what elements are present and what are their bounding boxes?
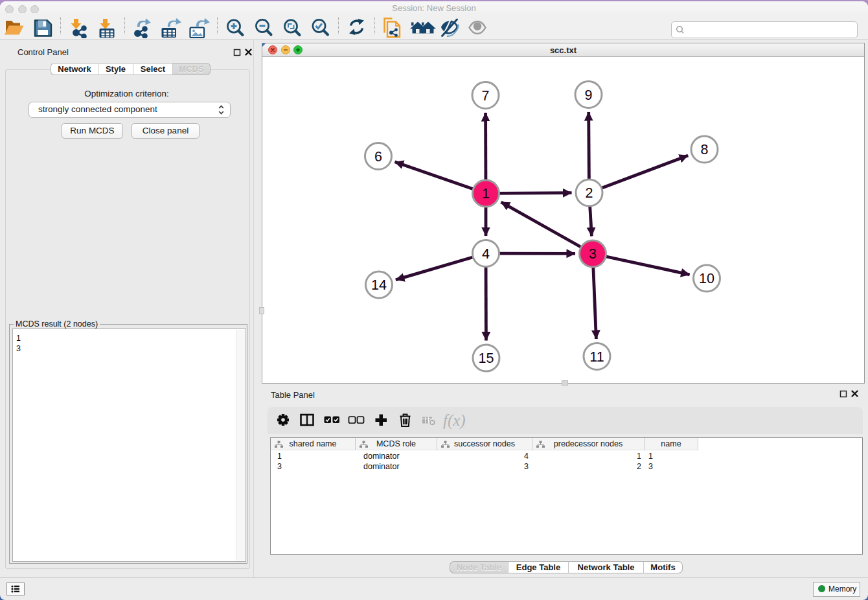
svg-text:1: 1 [482, 186, 490, 202]
svg-text:7: 7 [482, 88, 490, 104]
svg-text:8: 8 [701, 142, 709, 157]
svg-text:6: 6 [374, 149, 382, 165]
svg-text:15: 15 [479, 351, 494, 366]
svg-text:3: 3 [589, 246, 597, 262]
svg-text:2: 2 [586, 185, 593, 201]
svg-text:11: 11 [589, 349, 604, 365]
svg-text:9: 9 [585, 87, 593, 103]
svg-text:10: 10 [699, 271, 714, 286]
svg-text:f(x): f(x) [443, 411, 466, 430]
svg-text:4: 4 [482, 246, 490, 262]
svg-text:14: 14 [371, 277, 387, 293]
